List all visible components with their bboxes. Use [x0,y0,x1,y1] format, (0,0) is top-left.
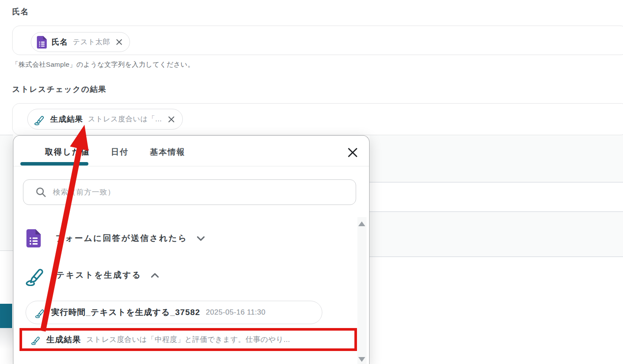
name-input-field[interactable]: 氏名 テスト太郎 [12,26,623,55]
scroll-down-icon[interactable] [358,357,365,362]
group-label: フォームに回答が送信されたら [55,233,188,244]
tab-basic-info[interactable]: 基本情報 [150,146,185,157]
value-item-exec-time[interactable]: 実行時間_テキストを生成する_37582 2025-05-16 11:30 [26,301,322,324]
item-label: 実行時間_テキストを生成する_37582 [51,307,200,318]
chip-value: ストレス度合いは「... [88,114,162,124]
close-icon[interactable] [346,146,359,159]
screen: 氏名 氏名 テスト太郎 「株式会社Sample」のような文字列を入力してください… [0,0,623,364]
active-tab-underline [20,162,88,166]
value-item-generated-result-highlighted[interactable]: 生成結果 ストレス度合いは「中程度」と評価できます。仕事のやり... [19,328,357,351]
tab-acquired-values[interactable]: 取得した値 [45,146,90,157]
name-value-chip[interactable]: 氏名 テスト太郎 [31,32,130,52]
search-input[interactable] [52,188,356,197]
google-forms-icon [26,229,41,247]
remove-chip-icon[interactable] [167,115,176,124]
background-section-row [0,135,13,251]
item-value: 2025-05-16 11:30 [206,308,266,317]
generate-text-icon [35,307,45,318]
chip-label: 生成結果 [50,114,83,124]
chevron-up-icon[interactable] [149,270,160,281]
stress-result-input-field[interactable]: 生成結果 ストレス度合いは「... [12,103,623,135]
value-picker-popup: 取得した値 日付 基本情報 フォームに回答が送信されたら [13,135,370,364]
item-label: 生成結果 [46,334,81,345]
chevron-down-icon[interactable] [195,233,206,244]
generate-text-icon [25,264,46,286]
popup-shadow [0,328,13,349]
google-forms-icon [37,36,47,49]
search-box[interactable] [23,179,356,205]
group-label: テキストを生成する [56,270,142,281]
stress-result-value-chip[interactable]: 生成結果 ストレス度合いは「... [27,109,183,130]
chip-label: 氏名 [52,37,68,47]
tab-divider [13,166,369,166]
trigger-group-row[interactable]: フォームに回答が送信されたら [26,228,206,248]
chip-value: テスト太郎 [73,37,110,47]
generate-text-group-row[interactable]: テキストを生成する [25,262,160,288]
field-label-name: 氏名 [12,6,29,17]
item-value: ストレス度合いは「中程度」と評価できます。仕事のやり... [86,335,290,344]
search-icon [36,187,46,198]
remove-chip-icon[interactable] [115,38,123,46]
field-label-stress-result: ストレスチェックの結果 [12,84,107,94]
scroll-up-icon[interactable] [358,221,365,226]
tab-date[interactable]: 日付 [111,146,129,157]
field-help-text: 「株式会社Sample」のような文字列を入力してください。 [12,60,195,69]
generate-text-icon [31,335,41,345]
save-button-edge[interactable] [0,304,12,328]
generate-text-icon [34,114,45,125]
background-section-row [370,134,623,182]
scrollbar[interactable] [357,217,367,364]
background-section-row [370,211,623,257]
